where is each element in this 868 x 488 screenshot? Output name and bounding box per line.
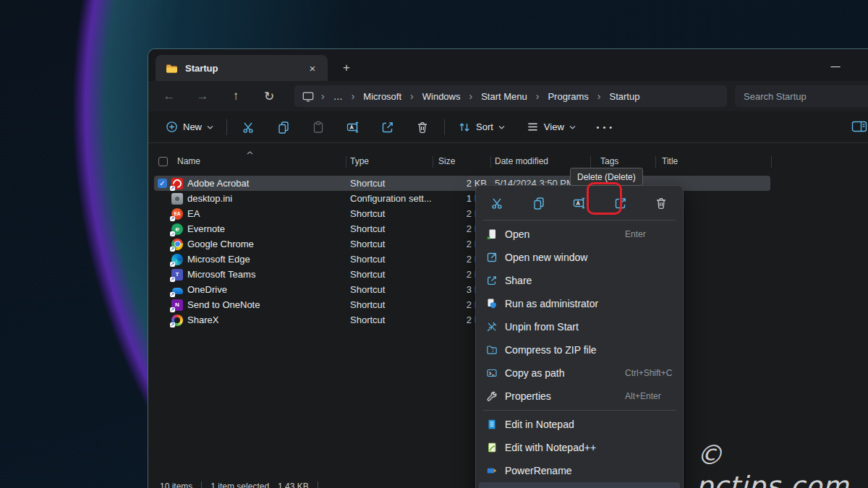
column-divider[interactable] xyxy=(346,156,346,168)
new-button[interactable]: New xyxy=(160,115,219,140)
evernote-icon: e↗ xyxy=(171,223,183,235)
breadcrumb-item-microsoft[interactable]: Microsoft xyxy=(361,90,404,103)
notepad-plus-icon xyxy=(486,442,498,453)
checkbox-checked[interactable]: ✓ xyxy=(158,179,167,188)
menu-item-label: Edit with Notepad++ xyxy=(505,442,596,453)
file-name: EA xyxy=(187,208,200,219)
back-button[interactable]: ← xyxy=(157,85,182,107)
menu-item-label: Edit in Notepad xyxy=(505,419,574,430)
address-bar: ← → ↑ ↻ › … › Microsoft › Windows › Star… xyxy=(148,81,868,111)
breadcrumb[interactable]: › … › Microsoft › Windows › Start Menu ›… xyxy=(294,85,727,107)
details-pane-toggle[interactable] xyxy=(851,120,867,133)
refresh-button[interactable]: ↻ xyxy=(257,85,281,107)
breadcrumb-item-programs[interactable]: Programs xyxy=(545,90,590,103)
breadcrumb-item-start-menu[interactable]: Start Menu xyxy=(479,90,529,103)
tab-startup[interactable]: Startup × xyxy=(156,55,328,81)
sharex-icon: ↗ xyxy=(171,314,183,326)
trash-icon xyxy=(415,120,430,134)
chevron-right-icon: › xyxy=(536,90,540,102)
column-header-date-modified[interactable]: Date modified xyxy=(495,156,548,166)
admin-shield-icon xyxy=(486,298,498,309)
context-menu-item-copy-as-path[interactable]: Copy as path Ctrl+Shift+C xyxy=(476,361,683,385)
tab-close-icon[interactable]: × xyxy=(305,60,320,76)
menu-item-shortcut: Alt+Enter xyxy=(625,391,661,401)
this-pc-icon[interactable] xyxy=(302,90,315,103)
selection-count: 1 item selected xyxy=(210,481,269,488)
chevron-down-icon xyxy=(498,125,505,129)
column-header-type[interactable]: Type xyxy=(350,156,369,166)
items-count: 10 items xyxy=(160,481,192,488)
forward-button[interactable]: → xyxy=(190,85,215,107)
shortcut-arrow-icon: ↗ xyxy=(170,216,175,221)
toolbar-separator xyxy=(444,119,445,135)
new-tab-button[interactable]: + xyxy=(338,59,355,77)
file-type: Shortcut xyxy=(350,254,385,265)
context-menu-item-compress-to-zip[interactable]: Compress to ZIP file xyxy=(476,338,683,361)
chevron-right-icon: › xyxy=(321,90,325,102)
menu-item-label: Compress to ZIP file xyxy=(505,344,597,356)
file-type: Shortcut xyxy=(350,223,385,234)
more-options-button[interactable]: • • • xyxy=(592,115,618,140)
status-divider xyxy=(318,481,318,488)
shortcut-arrow-icon: ↗ xyxy=(170,231,175,236)
sort-button[interactable]: Sort xyxy=(452,115,511,140)
view-button[interactable]: View xyxy=(521,115,582,140)
column-divider[interactable] xyxy=(771,156,772,168)
context-menu-item-open[interactable]: Open Enter xyxy=(476,223,683,246)
minimize-button[interactable]: — xyxy=(821,56,850,75)
context-menu-item-winrar[interactable]: WinRAR › xyxy=(479,482,680,488)
context-menu-item-edit-in-notepad[interactable]: Edit in Notepad xyxy=(476,413,683,436)
copy-button[interactable] xyxy=(524,191,553,215)
maximize-button[interactable] xyxy=(859,56,868,75)
file-name: Microsoft Edge xyxy=(187,254,250,265)
share-icon xyxy=(380,120,395,134)
open-icon xyxy=(486,228,498,240)
shortcut-arrow-icon: ↗ xyxy=(170,186,175,191)
cut-icon xyxy=(242,120,256,134)
trash-icon xyxy=(654,196,668,210)
column-header-name[interactable]: Name xyxy=(177,156,200,166)
file-type: Shortcut xyxy=(350,284,385,295)
zip-icon xyxy=(486,344,498,356)
context-menu-item-unpin-from-start[interactable]: Unpin from Start xyxy=(476,315,683,338)
up-button[interactable]: ↑ xyxy=(224,85,248,107)
share-icon xyxy=(486,275,498,286)
column-header-tags[interactable]: Tags xyxy=(600,156,618,166)
column-divider[interactable] xyxy=(655,156,656,168)
share-button[interactable] xyxy=(373,115,402,140)
cut-button[interactable] xyxy=(483,191,512,215)
adobe-acrobat-icon: ↗ xyxy=(171,178,183,189)
column-divider[interactable] xyxy=(433,156,433,168)
column-divider[interactable] xyxy=(490,156,491,168)
copy-path-icon xyxy=(486,367,498,379)
delete-button[interactable] xyxy=(408,115,437,140)
rename-button[interactable] xyxy=(339,115,367,140)
delete-button[interactable] xyxy=(647,191,676,215)
context-menu-item-edit-with-notepad-plus-plus[interactable]: Edit with Notepad++ xyxy=(476,436,683,459)
menu-item-label: Open xyxy=(505,228,529,240)
context-menu-item-run-as-administrator[interactable]: Run as administrator xyxy=(476,292,683,315)
file-name: Adobe Acrobat xyxy=(187,178,249,189)
search-input[interactable] xyxy=(735,85,868,107)
status-divider xyxy=(201,481,202,488)
chevron-right-icon: › xyxy=(469,90,473,102)
select-all-checkbox[interactable] xyxy=(158,157,168,166)
breadcrumb-item-startup[interactable]: Startup xyxy=(607,90,642,103)
copy-button[interactable] xyxy=(269,115,298,140)
breadcrumb-item-windows[interactable]: Windows xyxy=(420,90,463,103)
column-divider[interactable] xyxy=(590,156,591,168)
sort-ascending-icon xyxy=(247,151,253,155)
unpin-icon xyxy=(486,321,498,333)
file-name: desktop.ini xyxy=(187,193,232,204)
column-header-size[interactable]: Size xyxy=(438,156,455,166)
breadcrumb-ellipsis[interactable]: … xyxy=(331,90,345,103)
context-menu-item-powerrename[interactable]: PowerRename xyxy=(476,459,683,482)
menu-item-label: Run as administrator xyxy=(505,298,598,309)
context-menu-item-share[interactable]: Share xyxy=(476,269,683,292)
context-menu-item-properties[interactable]: Properties Alt+Enter xyxy=(476,385,683,408)
column-header-title[interactable]: Title xyxy=(662,156,678,166)
shortcut-arrow-icon: ↗ xyxy=(170,247,175,252)
context-menu-item-open-new-window[interactable]: Open new window xyxy=(476,246,683,269)
cut-button[interactable] xyxy=(234,115,263,140)
paste-button[interactable] xyxy=(304,115,333,140)
